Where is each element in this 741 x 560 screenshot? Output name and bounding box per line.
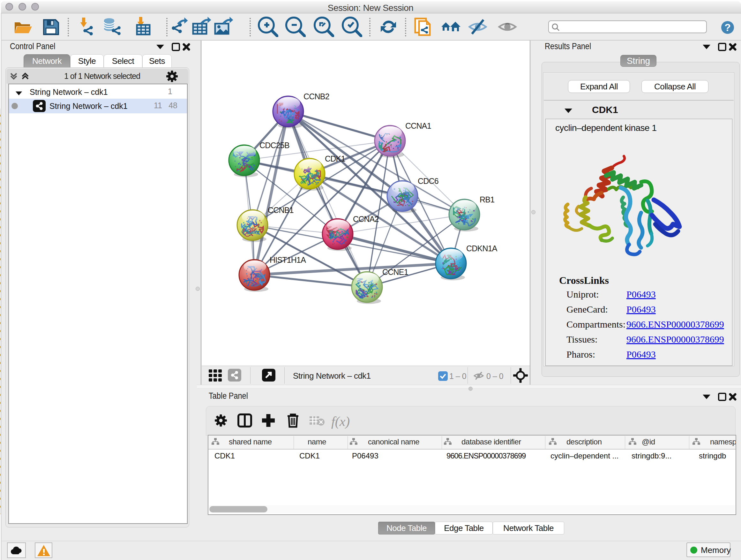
svg-text:RB1: RB1 [480, 195, 494, 204]
svg-text:CDK1: CDK1 [325, 154, 345, 163]
svg-text:CCNA1: CCNA1 [405, 121, 431, 130]
svg-text:CCNA2: CCNA2 [353, 214, 379, 224]
svg-text:CDC6: CDC6 [418, 177, 439, 186]
svg-text:HIST1H1A: HIST1H1A [270, 255, 306, 264]
svg-text:CDKN1A: CDKN1A [466, 244, 497, 253]
svg-text:CCNB2: CCNB2 [304, 92, 329, 101]
svg-text:CCNE1: CCNE1 [382, 267, 408, 276]
svg-text:CDC25B: CDC25B [259, 141, 289, 150]
svg-text:CCNB1: CCNB1 [268, 206, 293, 214]
